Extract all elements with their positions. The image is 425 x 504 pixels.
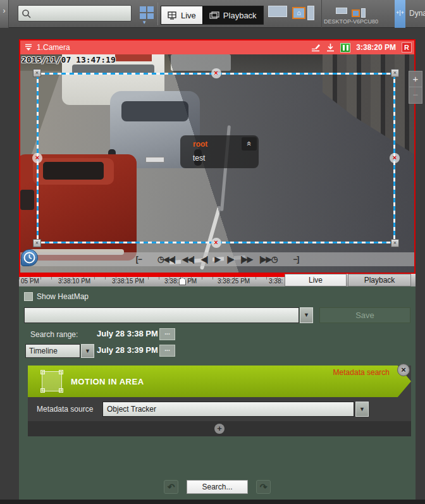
range-start-value: July 28 3:38 PM xyxy=(97,329,158,338)
timeline-bar[interactable]: 05 PM 3:38:10 PM 3:38:15 PM 3:38:20 PM 3… xyxy=(19,274,416,286)
search-icon xyxy=(22,9,32,19)
timeline-tick-label: 3:38:15 PM xyxy=(112,278,144,285)
range-start-picker-button[interactable]: ... xyxy=(159,328,175,340)
zoom-out-button[interactable]: − xyxy=(409,87,422,104)
prev-sequence-icon[interactable]: ◀◀| xyxy=(182,255,194,263)
workstation-label: DESKTOP-V6PCU80 xyxy=(316,18,386,25)
selection-midpoint-delete[interactable]: × xyxy=(32,153,42,163)
timeline-live-button[interactable]: Live xyxy=(285,274,347,286)
timeline-playback-button[interactable]: Playback xyxy=(348,274,411,286)
range-end-picker-button[interactable]: ... xyxy=(159,345,175,357)
search-range-label: Search range: xyxy=(30,330,78,339)
selection-corner-handle[interactable]: × xyxy=(33,239,41,247)
selection-midpoint-delete[interactable]: × xyxy=(390,153,400,163)
evidence-pen-icon[interactable] xyxy=(311,43,321,52)
forward-icon[interactable]: ↷ xyxy=(256,480,271,494)
tree-tooltip: root « test xyxy=(180,135,259,168)
add-filter-row: + xyxy=(28,421,411,436)
add-icon[interactable]: + xyxy=(214,424,225,434)
selection-midpoint-delete[interactable]: × xyxy=(211,68,221,78)
timeline-tick-label: 05 PM xyxy=(21,278,39,285)
tab-live[interactable]: Live xyxy=(161,6,202,24)
next-sequence-clock-icon[interactable]: |▶▶◷ xyxy=(259,255,277,263)
range-end-value: July 28 3:39 PM xyxy=(97,345,158,355)
selection-midpoint-delete[interactable]: × xyxy=(211,238,221,248)
prev-sequence-clock-icon[interactable]: ◷◀◀| xyxy=(157,255,175,263)
panel-expander-button[interactable]: › xyxy=(0,0,9,28)
mode-tabs: Live Playback xyxy=(161,6,264,25)
live-tab-icon xyxy=(168,11,177,20)
time-browser-clock-icon[interactable] xyxy=(21,249,38,266)
tab-live-label: Live xyxy=(181,11,196,20)
pause-live-button[interactable] xyxy=(340,43,350,52)
search-button[interactable]: Search... xyxy=(187,480,248,494)
preset-dropdown-button[interactable]: ▼ xyxy=(300,307,313,323)
playback-tab-icon xyxy=(209,11,219,20)
view-layout-grid-icon[interactable] xyxy=(140,6,155,20)
home-view-icon[interactable]: ⌂ xyxy=(292,7,305,19)
splitter-handle[interactable]: +|+ xyxy=(395,0,405,28)
osd-timestamp: 2015/11/07 13:47:19 xyxy=(22,55,116,65)
area-selection-icon xyxy=(42,371,62,391)
step-forward-icon[interactable]: |▶ xyxy=(227,255,234,263)
mini-pane-icon[interactable] xyxy=(361,8,366,18)
metadata-search-tag: Metadata search xyxy=(333,368,390,377)
tab-playback[interactable]: Playback xyxy=(202,6,263,24)
filter-title: MOTION IN AREA xyxy=(71,377,144,386)
tile-zoom-controls: + − xyxy=(409,71,422,104)
mini-home-icon[interactable] xyxy=(352,9,360,17)
camera-title: 1.Camera xyxy=(37,43,70,52)
filter-block: MOTION IN AREA Metadata search × Metadat… xyxy=(28,366,411,436)
selection-corner-handle[interactable]: × xyxy=(391,69,399,77)
preset-input[interactable] xyxy=(25,308,299,323)
camera-titlebar: 1.Camera 3:38:20 PM R xyxy=(20,40,414,54)
timeline-tick-label: 3:38:25 PM xyxy=(218,278,250,285)
metadata-search-panel: Show HeatMap ▼ Save Search range: July 2… xyxy=(19,286,416,500)
back-icon[interactable]: ↶ xyxy=(164,480,178,494)
tooltip-root-label: root xyxy=(193,140,207,149)
mini-view-icon[interactable] xyxy=(336,8,347,14)
view-thumbnail-icon[interactable] xyxy=(268,6,287,17)
filter-icon[interactable] xyxy=(24,44,33,51)
transport-bar: [− ◷◀◀| ◀◀| ◀| ▶ |▶ |▶▶ |▶▶◷ −] xyxy=(20,252,414,266)
timeline-tick-label: 3:38: xyxy=(269,278,283,285)
step-backward-icon[interactable]: ◀| xyxy=(201,255,208,263)
timeline-tick-label: 3:38:10 PM xyxy=(58,278,90,285)
selection-corner-handle[interactable]: × xyxy=(391,239,399,247)
zoom-in-button[interactable]: + xyxy=(409,71,422,87)
set-end-time-icon[interactable]: −] xyxy=(293,255,299,263)
top-toolbar: › ▾ Live xyxy=(0,0,425,28)
chevron-down-icon[interactable]: ▾ xyxy=(143,19,146,25)
show-heatmap-checkbox[interactable] xyxy=(24,292,33,301)
motion-in-area-banner[interactable]: MOTION IN AREA Metadata search xyxy=(28,366,411,397)
video-view[interactable]: × × × × × × × × root « test 2015/11/07 1… xyxy=(20,54,414,273)
view-pane-icon[interactable] xyxy=(307,6,314,20)
save-button[interactable]: Save xyxy=(319,307,410,323)
close-icon[interactable]: × xyxy=(397,364,410,376)
range-mode-select[interactable]: Timeline xyxy=(25,344,80,358)
next-sequence-icon[interactable]: |▶▶ xyxy=(240,255,252,263)
metadata-source-dropdown-button[interactable]: ▼ xyxy=(355,402,369,417)
metadata-source-row: Metadata source Object Tracker ▼ xyxy=(28,397,411,421)
show-heatmap-label: Show HeatMap xyxy=(37,292,89,301)
smart-client-window: › ▾ Live xyxy=(0,0,425,504)
toolbar-divider xyxy=(157,3,158,25)
preset-combobox xyxy=(24,307,299,323)
bottom-strip xyxy=(0,500,425,504)
play-icon[interactable]: ▶ xyxy=(214,255,219,263)
truncated-panel-label: Dyna xyxy=(409,9,425,18)
tooltip-item-label: test xyxy=(193,154,205,163)
range-mode-dropdown-button[interactable]: ▼ xyxy=(81,344,94,358)
set-start-time-icon[interactable]: [− xyxy=(136,255,142,263)
search-box xyxy=(18,5,132,22)
metadata-source-label: Metadata source xyxy=(37,405,93,414)
selection-corner-handle[interactable]: × xyxy=(33,69,41,77)
camera-clock: 3:38:20 PM xyxy=(356,43,396,52)
camera-tile: 1.Camera 3:38:20 PM R xyxy=(19,39,416,274)
recording-badge: R xyxy=(402,42,412,52)
metadata-source-select[interactable]: Object Tracker xyxy=(102,402,354,417)
search-input[interactable] xyxy=(34,6,128,20)
tab-playback-label: Playback xyxy=(223,11,257,20)
export-download-icon[interactable] xyxy=(326,43,335,52)
collapse-chevrons-icon[interactable]: « xyxy=(242,137,257,151)
